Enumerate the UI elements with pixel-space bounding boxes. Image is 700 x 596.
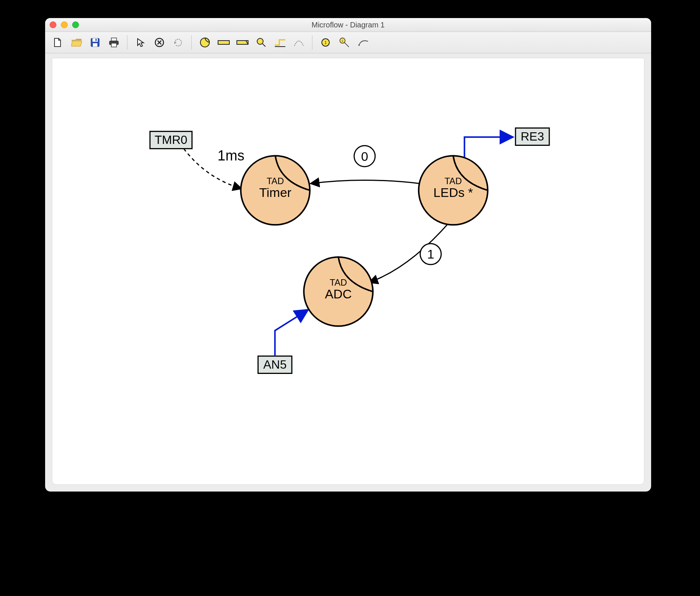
toolbar-separator (312, 35, 312, 50)
save-button[interactable] (87, 35, 103, 50)
svg-text:1: 1 (324, 40, 327, 45)
arc-connector-icon (293, 38, 305, 47)
edge-leds-timer[interactable] (310, 180, 420, 183)
port-re3-label: RE3 (521, 130, 544, 143)
svg-rect-9 (218, 41, 229, 44)
edge-badge-1[interactable]: 1 (420, 244, 441, 265)
delete-icon (154, 37, 165, 48)
open-file-button[interactable] (68, 35, 84, 50)
port-an5-label: AN5 (263, 358, 286, 371)
port-tmr0-label: TMR0 (155, 133, 187, 147)
print-button[interactable] (106, 35, 122, 50)
rotate-tool-button[interactable] (170, 35, 186, 50)
process-bar-alt-button[interactable] (235, 35, 250, 50)
titlebar: Microflow - Diagram 1 (45, 18, 651, 32)
angle-connector-button[interactable] (272, 35, 288, 50)
node-leds-name: LEDs * (433, 185, 473, 200)
numbered-marker-button[interactable]: 1 (318, 35, 333, 50)
svg-rect-4 (111, 38, 117, 41)
svg-text:1: 1 (342, 39, 344, 42)
node-adc-tag: TAD (330, 277, 347, 287)
port-an5[interactable]: AN5 (258, 356, 292, 374)
process-bar-alt-icon (236, 39, 249, 46)
new-file-icon (52, 37, 63, 48)
toolbar: 1 1 (45, 32, 651, 53)
edge-an5-adc[interactable] (275, 310, 308, 356)
node-timer-name: Timer (259, 185, 291, 200)
diagram-svg: TMR0 RE3 AN5 1ms (52, 58, 644, 484)
svg-rect-3 (95, 39, 97, 41)
magnify-tool-button[interactable] (253, 35, 269, 50)
svg-point-16 (358, 44, 360, 46)
delete-tool-button[interactable] (152, 35, 167, 50)
open-folder-icon (71, 37, 82, 48)
node-adc[interactable]: TAD ADC (304, 257, 373, 326)
angle-connector-icon (274, 38, 286, 47)
arc-connector-button[interactable] (291, 35, 307, 50)
node-leds-tag: TAD (444, 176, 462, 186)
edge-tmr0-timer-label: 1ms (218, 148, 245, 163)
port-re3[interactable]: RE3 (515, 128, 549, 145)
save-icon (90, 37, 100, 48)
node-adc-name: ADC (325, 287, 352, 301)
node-timer-tag: TAD (267, 176, 284, 186)
numbered-marker-icon: 1 (321, 38, 330, 47)
svg-rect-6 (111, 43, 117, 47)
print-icon (108, 37, 120, 48)
diagram-canvas[interactable]: TMR0 RE3 AN5 1ms (52, 58, 644, 485)
process-bar-icon (217, 39, 230, 46)
curve-tool-button[interactable] (355, 35, 371, 50)
select-tool-button[interactable] (133, 35, 148, 50)
edge-leds-re3[interactable] (464, 137, 513, 160)
node-timer[interactable]: TAD Timer (241, 156, 310, 225)
numbered-pointer-button[interactable]: 1 (336, 35, 352, 50)
port-tmr0[interactable]: TMR0 (150, 132, 192, 149)
tad-node-button[interactable] (197, 35, 213, 50)
magnify-icon (256, 37, 267, 48)
svg-rect-1 (92, 38, 98, 42)
edge-badge-1-label: 1 (427, 247, 434, 261)
rotate-icon (173, 37, 183, 48)
svg-rect-2 (93, 43, 97, 47)
process-bar-button[interactable] (216, 35, 232, 50)
toolbar-separator (191, 35, 192, 50)
app-window: Microflow - Diagram 1 (45, 18, 651, 492)
curve-icon (358, 38, 369, 47)
tad-node-icon (199, 37, 211, 48)
window-title: Microflow - Diagram 1 (45, 21, 651, 29)
toolbar-separator (127, 35, 127, 50)
numbered-pointer-icon: 1 (339, 37, 350, 48)
cursor-icon (136, 38, 145, 47)
svg-point-11 (257, 38, 263, 44)
node-leds[interactable]: TAD LEDs * (419, 156, 488, 225)
edge-badge-0-label: 0 (361, 149, 368, 163)
new-file-button[interactable] (50, 35, 65, 50)
edge-badge-0[interactable]: 0 (354, 146, 375, 167)
